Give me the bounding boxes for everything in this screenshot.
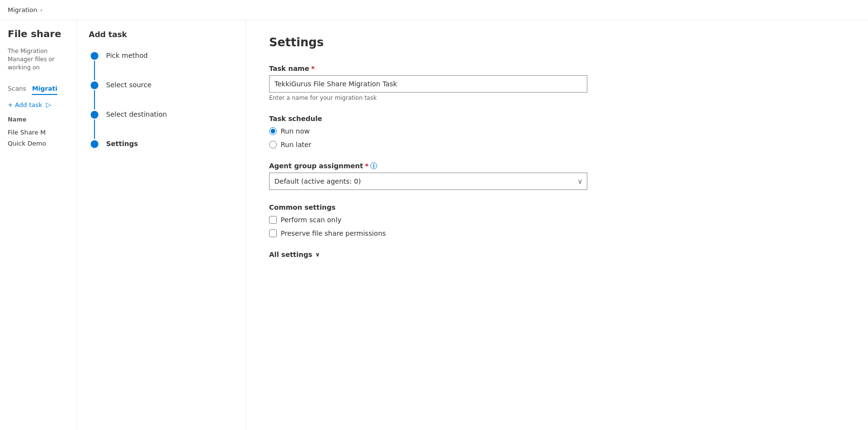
agent-group-section: Agent group assignment * i Default (acti… bbox=[269, 162, 587, 190]
radio-run-later-label: Run later bbox=[281, 141, 312, 148]
all-settings-label: All settings bbox=[269, 251, 312, 258]
settings-heading: Settings bbox=[269, 36, 845, 49]
common-settings-section: Common settings Perform scan only Preser… bbox=[269, 203, 587, 237]
radio-run-now-label: Run now bbox=[281, 127, 310, 135]
step-label-select-destination[interactable]: Select destination bbox=[106, 109, 167, 126]
step-settings: Settings bbox=[89, 139, 234, 155]
list-item[interactable]: Quick Demo bbox=[0, 138, 77, 149]
step-label-select-source[interactable]: Select source bbox=[106, 80, 151, 96]
step-select-destination: Select destination bbox=[89, 109, 234, 139]
step-line-1 bbox=[94, 61, 95, 80]
task-name-label: Task name * bbox=[269, 65, 587, 72]
checkbox-preserve-permissions-label: Preserve file share permissions bbox=[281, 229, 386, 237]
radio-run-now[interactable]: Run now bbox=[269, 127, 587, 135]
agent-group-select[interactable]: Default (active agents: 0) bbox=[269, 173, 587, 190]
task-schedule-section: Task schedule Run now Run later bbox=[269, 115, 587, 148]
required-star: * bbox=[311, 65, 314, 72]
sidebar-tab-migrations[interactable]: Migrati bbox=[32, 85, 57, 95]
wizard-title: Add task bbox=[89, 30, 234, 39]
checkbox-perform-scan-only[interactable]: Perform scan only bbox=[269, 216, 587, 224]
common-settings-label: Common settings bbox=[269, 203, 587, 211]
task-name-input[interactable] bbox=[269, 75, 587, 93]
breadcrumb-chevron-icon: › bbox=[40, 7, 42, 13]
add-task-button[interactable]: + Add task bbox=[8, 101, 42, 108]
stepper: Pick method Select source Select destina… bbox=[89, 51, 234, 155]
list-header-name: Name bbox=[0, 114, 77, 125]
radio-run-later-input[interactable] bbox=[269, 141, 277, 148]
sidebar-tabs: Scans Migrati bbox=[0, 79, 77, 95]
checkbox-perform-scan-only-label: Perform scan only bbox=[281, 216, 341, 224]
step-select-source: Select source bbox=[89, 80, 234, 109]
sidebar-actions: + Add task ▷ bbox=[0, 95, 77, 114]
step-dot-3 bbox=[91, 111, 98, 119]
all-settings-button[interactable]: All settings ∨ bbox=[269, 251, 845, 258]
task-name-section: Task name * Enter a name for your migrat… bbox=[269, 65, 587, 101]
task-schedule-label: Task schedule bbox=[269, 115, 587, 122]
sidebar-subtitle: The Migration Manager files or working o… bbox=[0, 43, 77, 75]
agent-group-dropdown-wrap: Default (active agents: 0) ∨ bbox=[269, 173, 587, 190]
required-star-agent: * bbox=[365, 162, 368, 170]
step-dot-1 bbox=[91, 52, 98, 60]
main-layout: File share The Migration Manager files o… bbox=[0, 20, 868, 430]
step-line-2 bbox=[94, 90, 95, 109]
step-pick-method: Pick method bbox=[89, 51, 234, 80]
radio-run-later[interactable]: Run later bbox=[269, 141, 587, 148]
list-item[interactable]: File Share M bbox=[0, 127, 77, 138]
sidebar-list: File Share M Quick Demo bbox=[0, 125, 77, 151]
agent-group-info-icon[interactable]: i bbox=[370, 162, 377, 169]
breadcrumb-root[interactable]: Migration bbox=[8, 6, 37, 13]
plus-icon: + bbox=[8, 101, 13, 108]
content-area: Settings Task name * Enter a name for yo… bbox=[246, 20, 868, 430]
breadcrumb-bar: Migration › bbox=[0, 0, 868, 20]
radio-run-now-input[interactable] bbox=[269, 127, 277, 135]
checkbox-group-common: Perform scan only Preserve file share pe… bbox=[269, 216, 587, 237]
all-settings-chevron-icon: ∨ bbox=[315, 251, 320, 258]
task-name-hint: Enter a name for your migration task bbox=[269, 94, 587, 101]
checkbox-preserve-permissions[interactable]: Preserve file share permissions bbox=[269, 229, 587, 237]
sidebar-title: File share bbox=[0, 28, 77, 43]
sidebar: File share The Migration Manager files o… bbox=[0, 20, 77, 430]
step-dot-4 bbox=[91, 140, 98, 148]
step-label-pick-method[interactable]: Pick method bbox=[106, 51, 148, 67]
step-line-3 bbox=[94, 120, 95, 139]
step-label-settings[interactable]: Settings bbox=[106, 139, 138, 155]
sidebar-tab-scans[interactable]: Scans bbox=[8, 85, 26, 95]
wizard-panel: Add task Pick method Select source bbox=[77, 20, 246, 430]
play-button[interactable]: ▷ bbox=[46, 101, 52, 108]
checkbox-perform-scan-only-input[interactable] bbox=[269, 216, 277, 224]
step-dot-2 bbox=[91, 81, 98, 89]
checkbox-preserve-permissions-input[interactable] bbox=[269, 229, 277, 237]
agent-group-label: Agent group assignment * i bbox=[269, 162, 587, 170]
add-task-label: Add task bbox=[15, 101, 42, 108]
radio-group-schedule: Run now Run later bbox=[269, 127, 587, 148]
